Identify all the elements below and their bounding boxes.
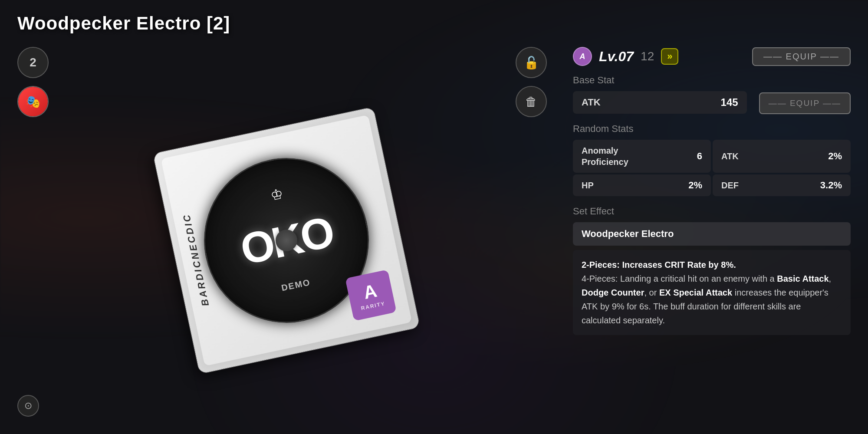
stats-panel: A Lv.07 12 » —— EQUIP —— Base Stat ATK 1… <box>573 47 851 421</box>
equip-button-top[interactable]: —— EQUIP —— <box>752 47 851 66</box>
random-stat-value-1: 2% <box>828 151 842 162</box>
slot-badge[interactable]: 2 <box>17 47 49 78</box>
base-stat-title: Base Stat <box>573 75 851 86</box>
avatar-inner: 🎭 <box>18 87 48 116</box>
set-desc-or: , or <box>644 288 659 297</box>
random-stat-name-3: DEF <box>721 180 820 191</box>
set-desc-4pieces-intro: 4-Pieces: Landing a critical hit on an e… <box>582 274 777 283</box>
random-stats-grid: AnomalyProficiency 6 ATK 2% HP 2% <box>573 140 851 196</box>
rarity-letter: A <box>362 280 379 303</box>
page-title: Woodpecker Electro [2] <box>17 13 851 34</box>
slot-number: 2 <box>30 56 36 69</box>
random-stat-value-2: 2% <box>688 180 702 191</box>
level-max: 12 <box>641 49 654 63</box>
character-avatar[interactable]: 🎭 <box>17 86 49 117</box>
random-stat-0: AnomalyProficiency 6 <box>573 140 711 173</box>
bottom-icon: ⊙ <box>24 400 32 411</box>
set-name: Woodpecker Electro <box>582 228 674 239</box>
set-effect-section: Set Effect Woodpecker Electro 2-Pieces: … <box>573 206 851 335</box>
disc-case-inner: BARDICNECDIC ♔ OKO DEMO A RARITY <box>161 115 412 366</box>
main-content: Woodpecker Electro [2] 2 🎭 🔓 🗑 <box>0 0 868 434</box>
disc-case: BARDICNECDIC ♔ OKO DEMO A RARITY <box>153 107 421 375</box>
base-stat-name: ATK <box>582 97 721 108</box>
avatar-icon: 🎭 <box>26 95 41 109</box>
random-stat-value-3: 3.2% <box>820 180 842 191</box>
delete-icon: 🗑 <box>525 95 537 109</box>
random-stats-section: Random Stats AnomalyProficiency 6 ATK 2%… <box>573 123 851 196</box>
base-stat-section: Base Stat ATK 145 —— EQUIP —— <box>573 75 851 115</box>
random-stats-title: Random Stats <box>573 123 851 135</box>
random-stat-3: DEF 3.2% <box>713 174 851 196</box>
rarity-badge: A RARITY <box>345 270 397 321</box>
bottom-icon-button[interactable]: ⊙ <box>17 395 39 417</box>
set-description: 2-Pieces: Increases CRIT Rate by 8%. 4-P… <box>573 250 851 335</box>
level-bar: A Lv.07 12 » —— EQUIP —— <box>573 47 851 66</box>
level-rarity-icon: A <box>573 47 592 66</box>
content-area: 2 🎭 🔓 🗑 BARDICNECDIC <box>17 47 851 421</box>
base-stat-row: ATK 145 <box>573 91 747 114</box>
rarity-label: RARITY <box>361 300 386 311</box>
set-effect-title: Set Effect <box>573 206 851 217</box>
level-arrows-button[interactable]: » <box>661 48 678 65</box>
lock-button[interactable]: 🔓 <box>516 47 547 78</box>
lock-icon: 🔓 <box>524 56 539 70</box>
set-name-bar: Woodpecker Electro <box>573 222 851 246</box>
equip-button-base[interactable]: —— EQUIP —— <box>759 92 851 114</box>
level-current: 07 <box>618 49 634 64</box>
set-desc-highlight-2pieces: 2-Pieces: Increases CRIT Rate by 8%. <box>582 260 736 270</box>
set-desc-dodge: Dodge Counter <box>582 288 644 297</box>
base-stat-value: 145 <box>721 96 738 108</box>
arrows-icon: » <box>667 51 672 62</box>
level-rarity-letter: A <box>580 52 585 61</box>
level-label: Lv.07 <box>599 49 634 65</box>
set-desc-basic: Basic Attack <box>777 274 829 283</box>
random-stat-1: ATK 2% <box>713 140 851 173</box>
random-stat-value-0: 6 <box>697 151 702 162</box>
disc-crown-icon: ♔ <box>269 185 284 204</box>
level-prefix: Lv. <box>599 49 618 64</box>
disc-container: BARDICNECDIC ♔ OKO DEMO A RARITY <box>153 107 421 375</box>
random-stat-name-1: ATK <box>721 151 828 162</box>
delete-button[interactable]: 🗑 <box>516 86 547 117</box>
random-stat-2: HP 2% <box>573 174 711 196</box>
disc-brand: DEMO <box>280 277 311 293</box>
random-stat-name-0: AnomalyProficiency <box>582 145 697 168</box>
set-desc-ex: EX Special Attack <box>659 288 732 297</box>
set-desc-comma1: , <box>829 274 832 283</box>
random-stat-name-2: HP <box>582 180 688 191</box>
item-display: 2 🎭 🔓 🗑 BARDICNECDIC <box>17 47 556 421</box>
